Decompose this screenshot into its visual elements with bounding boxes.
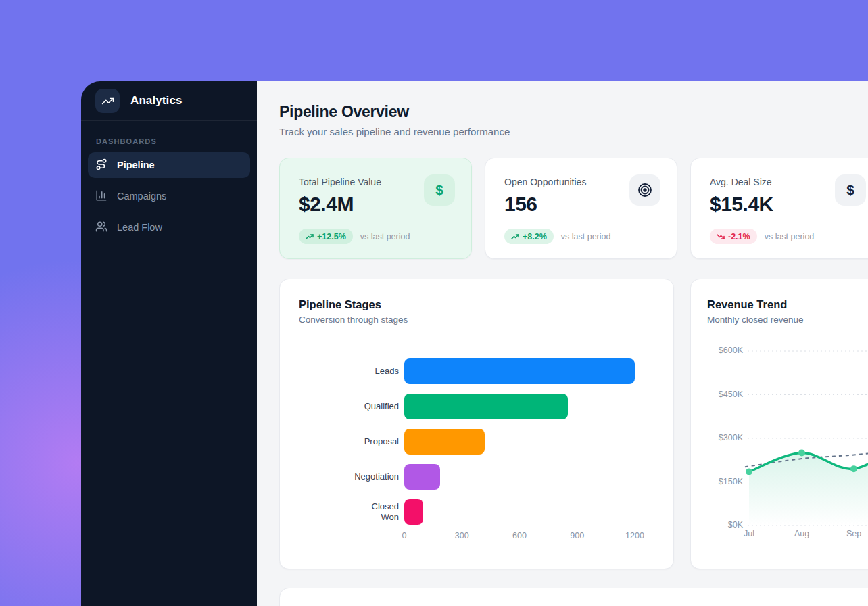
dollar-icon: $ bbox=[424, 174, 455, 206]
kpi-compare-text: vs last period bbox=[561, 232, 611, 241]
revenue-data-point[interactable] bbox=[746, 468, 752, 475]
sidebar-item-label: Pipeline bbox=[117, 160, 155, 170]
revenue-data-point[interactable] bbox=[850, 465, 857, 472]
bar-leads[interactable] bbox=[404, 358, 635, 384]
target-icon bbox=[629, 174, 660, 206]
kpi-compare-text: vs last period bbox=[765, 232, 815, 241]
stages-bar-chart: Leads Qualified Proposal Negotiation Clo… bbox=[299, 354, 654, 544]
x-axis-tick: 900 bbox=[570, 531, 584, 540]
x-axis-tick: 1200 bbox=[625, 531, 644, 540]
trending-up-icon bbox=[95, 89, 120, 113]
sidebar-logo-row: Analytics bbox=[81, 81, 257, 121]
bar-closed-won[interactable] bbox=[404, 499, 423, 525]
chart-title: Pipeline Stages bbox=[299, 298, 654, 311]
bar-qualified[interactable] bbox=[404, 394, 568, 419]
page-title: Pipeline Overview bbox=[279, 103, 868, 121]
dollar-icon: $ bbox=[835, 174, 866, 206]
revenue-trend-card: Revenue Trend Monthly closed revenue bbox=[690, 279, 868, 569]
bar-category-label: Qualified bbox=[364, 401, 399, 412]
x-axis-tick: 0 bbox=[402, 531, 407, 540]
main-area: Pipeline Overview Track your sales pipel… bbox=[257, 81, 868, 606]
kpi-row: Total Pipeline Value $2.4M +12.5% vs las… bbox=[279, 158, 868, 259]
charts-row: Pipeline Stages Conversion through stage… bbox=[279, 279, 868, 569]
sidebar-item-lead-flow[interactable]: Lead Flow bbox=[88, 214, 250, 240]
bar-category-label: Proposal bbox=[364, 436, 399, 447]
bottom-card bbox=[279, 588, 868, 606]
sidebar-item-label: Campaigns bbox=[117, 191, 166, 202]
route-icon bbox=[95, 158, 107, 172]
x-axis-tick: 600 bbox=[512, 531, 527, 540]
bar-category-label: Closed Won bbox=[360, 501, 399, 523]
kpi-card-total-pipeline-value: Total Pipeline Value $2.4M +12.5% vs las… bbox=[279, 158, 472, 259]
bar-category-label: Negotiation bbox=[354, 471, 399, 482]
x-axis-tick: 300 bbox=[455, 531, 469, 540]
kpi-change-badge: +12.5% bbox=[299, 229, 353, 244]
sidebar-nav: Pipeline Campaigns Lead Flow bbox=[81, 152, 257, 240]
sidebar-item-label: Lead Flow bbox=[117, 222, 162, 233]
kpi-card-open-opportunities: Open Opportunities 156 +8.2% vs last per… bbox=[485, 158, 677, 259]
kpi-card-avg-deal-size: Avg. Deal Size $15.4K -2.1% vs last peri… bbox=[690, 158, 868, 259]
page-subtitle: Track your sales pipeline and revenue pe… bbox=[279, 126, 868, 137]
x-axis-ticks: 03006009001200 bbox=[299, 531, 654, 544]
kpi-change-value: +12.5% bbox=[317, 232, 346, 241]
chart-subtitle: Conversion through stages bbox=[299, 314, 654, 325]
kpi-change-badge: +8.2% bbox=[504, 229, 554, 244]
bar-proposal[interactable] bbox=[404, 429, 485, 454]
kpi-change-value: +8.2% bbox=[523, 232, 547, 241]
users-icon bbox=[95, 220, 107, 235]
revenue-data-point[interactable] bbox=[798, 450, 805, 457]
sidebar-item-pipeline[interactable]: Pipeline bbox=[88, 152, 250, 178]
kpi-change-badge: -2.1% bbox=[710, 229, 757, 244]
revenue-line-chart bbox=[691, 279, 868, 569]
bar-negotiation[interactable] bbox=[404, 464, 440, 490]
sidebar-item-campaigns[interactable]: Campaigns bbox=[88, 183, 250, 209]
kpi-change-value: -2.1% bbox=[728, 232, 750, 241]
bar-chart-icon bbox=[95, 189, 107, 204]
pipeline-stages-card: Pipeline Stages Conversion through stage… bbox=[279, 279, 674, 569]
app-name: Analytics bbox=[130, 94, 183, 108]
bar-category-label: Leads bbox=[375, 366, 399, 377]
sidebar: Analytics DASHBOARDS Pipeline Campaigns bbox=[81, 81, 257, 606]
sidebar-section-label: DASHBOARDS bbox=[81, 121, 257, 152]
kpi-compare-text: vs last period bbox=[360, 232, 410, 241]
app-window: Analytics DASHBOARDS Pipeline Campaigns bbox=[81, 81, 868, 606]
